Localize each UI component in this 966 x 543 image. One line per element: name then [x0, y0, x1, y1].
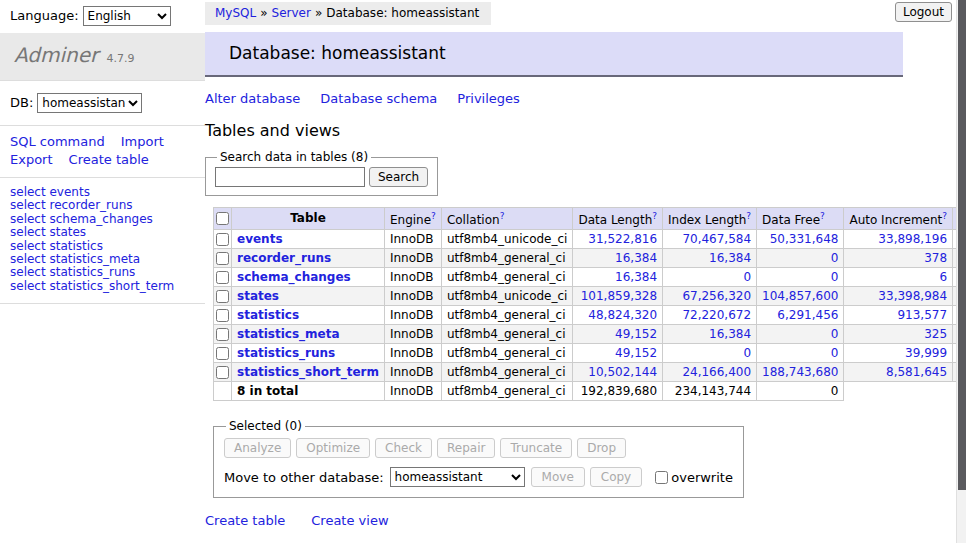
index-length-value[interactable]: 70,467,584: [668, 233, 751, 246]
row-checkbox[interactable]: [216, 366, 229, 379]
table-row: eventsInnoDButf8mb4_unicode_ci31,522,816…: [214, 230, 966, 249]
sidebar-item-statistics-meta[interactable]: select statistics_meta: [10, 253, 195, 266]
move-button[interactable]: Move: [531, 467, 585, 487]
overwrite-label[interactable]: overwrite: [655, 470, 733, 485]
data-free-value[interactable]: 104,857,600: [762, 290, 838, 303]
index-length-value[interactable]: 72,220,672: [668, 309, 751, 322]
brand: Adminer 4.7.9: [0, 33, 205, 81]
link-alter-database[interactable]: Alter database: [205, 91, 300, 106]
logout-button[interactable]: Logout: [895, 2, 952, 22]
index-length-value[interactable]: 16,384: [668, 328, 751, 341]
data-length-value[interactable]: 49,152: [578, 347, 657, 360]
data-length-value[interactable]: 101,859,328: [578, 290, 657, 303]
table-link[interactable]: statistics_runs: [237, 346, 335, 360]
sidebar-link-import[interactable]: Import: [121, 134, 164, 149]
help-icon[interactable]: ?: [431, 211, 436, 221]
scrollbar-thumb[interactable]: [958, 0, 966, 490]
data-length-value[interactable]: 10,502,144: [578, 366, 657, 379]
link-database-schema[interactable]: Database schema: [320, 91, 437, 106]
auto-increment-value[interactable]: 6: [849, 271, 947, 284]
table-link[interactable]: schema_changes: [237, 270, 351, 284]
link-create-table[interactable]: Create table: [205, 513, 285, 528]
data-length-value[interactable]: 49,152: [578, 328, 657, 341]
table-link[interactable]: statistics: [237, 308, 299, 322]
auto-increment-value[interactable]: 913,577: [849, 309, 947, 322]
total-label-cell: 8 in total: [232, 382, 385, 401]
sidebar-item-statistics[interactable]: select statistics: [10, 240, 195, 253]
table-link[interactable]: statistics_short_term: [237, 365, 379, 379]
scrollbar[interactable]: [956, 0, 966, 543]
row-checkbox[interactable]: [216, 252, 229, 265]
data-free-value[interactable]: 50,331,648: [762, 233, 838, 246]
copy-button[interactable]: Copy: [590, 467, 642, 487]
index-length-total-cell: 234,143,744: [663, 382, 757, 401]
help-icon[interactable]: ?: [652, 211, 657, 221]
data-free-value[interactable]: 188,743,680: [762, 366, 838, 379]
auto-increment-value[interactable]: 33,398,984: [849, 290, 947, 303]
sidebar-action-row: SQL commandImport: [10, 133, 195, 151]
select-all-checkbox[interactable]: [216, 212, 229, 225]
sidebar-item-schema-changes[interactable]: select schema_changes: [10, 213, 195, 226]
brand-name[interactable]: Adminer: [14, 43, 98, 67]
column-header-auto-increment: Auto Increment?: [844, 208, 953, 230]
row-checkbox[interactable]: [216, 347, 229, 360]
auto-increment-value[interactable]: 325: [849, 328, 947, 341]
repair-button[interactable]: Repair: [437, 438, 495, 458]
sidebar-link-export[interactable]: Export: [10, 152, 53, 167]
optimize-button[interactable]: Optimize: [296, 438, 370, 458]
sidebar-item-events[interactable]: select events: [10, 186, 195, 199]
table-link[interactable]: states: [237, 289, 279, 303]
truncate-button[interactable]: Truncate: [500, 438, 572, 458]
data-length-value[interactable]: 16,384: [578, 252, 657, 265]
drop-button[interactable]: Drop: [577, 438, 626, 458]
row-checkbox[interactable]: [216, 233, 229, 246]
sidebar-link-create-table[interactable]: Create table: [69, 152, 149, 167]
auto-increment-value[interactable]: 39,999: [849, 347, 947, 360]
sidebar-item-statistics-runs[interactable]: select statistics_runs: [10, 266, 195, 279]
data-free-value[interactable]: 0: [762, 252, 838, 265]
index-length-value[interactable]: 16,384: [668, 252, 751, 265]
help-icon[interactable]: ?: [500, 211, 505, 221]
sidebar-item-states[interactable]: select states: [10, 226, 195, 239]
table-link[interactable]: events: [237, 232, 283, 246]
index-length-value[interactable]: 0: [668, 347, 751, 360]
link-create-view[interactable]: Create view: [311, 513, 388, 528]
data-free-value[interactable]: 0: [762, 328, 838, 341]
data-length-value[interactable]: 16,384: [578, 271, 657, 284]
sidebar-item-statistics-short-term[interactable]: select statistics_short_term: [10, 280, 195, 293]
data-length-value[interactable]: 31,522,816: [578, 233, 657, 246]
link-privileges[interactable]: Privileges: [457, 91, 520, 106]
breadcrumb-item-mysql[interactable]: MySQL: [215, 6, 256, 20]
sidebar-link-sql-command[interactable]: SQL command: [10, 134, 105, 149]
help-icon[interactable]: ?: [942, 211, 947, 221]
search-button[interactable]: Search: [369, 167, 428, 187]
index-length-value[interactable]: 24,166,400: [668, 366, 751, 379]
help-icon[interactable]: ?: [820, 211, 825, 221]
index-length-cell: 0: [663, 268, 757, 287]
table-link[interactable]: statistics_meta: [237, 327, 340, 341]
language-select[interactable]: English: [83, 6, 171, 26]
sidebar-item-recorder-runs[interactable]: select recorder_runs: [10, 199, 195, 212]
overwrite-checkbox[interactable]: [655, 471, 668, 484]
index-length-value[interactable]: 0: [668, 271, 751, 284]
check-button[interactable]: Check: [375, 438, 432, 458]
data-length-value[interactable]: 48,824,320: [578, 309, 657, 322]
index-length-value[interactable]: 67,256,320: [668, 290, 751, 303]
auto-increment-value[interactable]: 8,581,645: [849, 366, 947, 379]
row-checkbox[interactable]: [216, 309, 229, 322]
breadcrumb-item-server[interactable]: Server: [272, 6, 311, 20]
analyze-button[interactable]: Analyze: [224, 438, 291, 458]
row-checkbox[interactable]: [216, 328, 229, 341]
table-link[interactable]: recorder_runs: [237, 251, 331, 265]
row-checkbox[interactable]: [216, 271, 229, 284]
db-select[interactable]: homeassistant: [37, 93, 142, 113]
row-checkbox[interactable]: [216, 290, 229, 303]
auto-increment-value[interactable]: 33,898,196: [849, 233, 947, 246]
auto-increment-value[interactable]: 378: [849, 252, 947, 265]
data-free-value[interactable]: 6,291,456: [762, 309, 838, 322]
move-db-select[interactable]: homeassistant: [390, 467, 525, 487]
data-free-value[interactable]: 0: [762, 271, 838, 284]
data-free-value[interactable]: 0: [762, 347, 838, 360]
help-icon[interactable]: ?: [746, 211, 751, 221]
search-input[interactable]: [215, 167, 365, 187]
